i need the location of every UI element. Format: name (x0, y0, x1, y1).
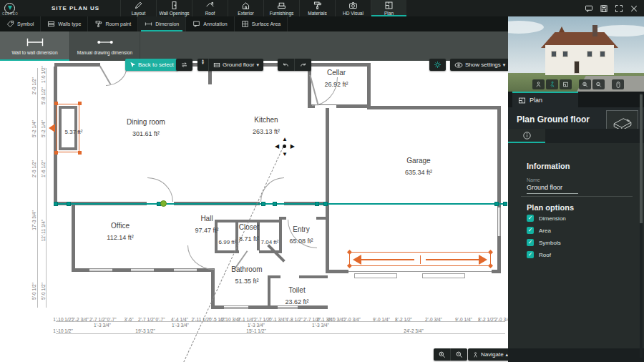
tab-plan[interactable]: Plan (512, 92, 578, 107)
zoom-out-button[interactable] (451, 348, 467, 361)
checkbox-area[interactable]: ✓ (527, 227, 534, 234)
dimension-node[interactable] (261, 202, 265, 206)
back-to-select-button[interactable]: Back to select (125, 59, 178, 71)
undo-button[interactable] (278, 59, 294, 71)
tool-room-paint[interactable]: Room paint (88, 16, 138, 31)
save-icon[interactable] (600, 4, 608, 13)
garage-door-selected[interactable] (349, 252, 491, 266)
move-cursor-icon: ▲ ▼ ◀ ▶ (276, 138, 293, 155)
sofa-icon (277, 1, 286, 10)
dimension-node[interactable] (503, 202, 507, 206)
tool-annotation[interactable]: Annotation (186, 16, 234, 31)
dimension-text: 1'-3 3/4" (94, 323, 111, 328)
dimension-node[interactable] (323, 202, 328, 206)
3d-preview[interactable] (508, 16, 644, 92)
zoom-in-icon[interactable] (579, 79, 591, 89)
redo-button[interactable] (295, 59, 311, 71)
dimension-text: 8'-2 1/2" (395, 317, 412, 322)
tool-symbol[interactable]: Symbol (0, 16, 41, 31)
main-tabs: Layout Wall Openings Roof Exterior Furni… (120, 0, 406, 16)
fullscreen-icon[interactable] (615, 4, 623, 13)
dimension-node[interactable] (273, 202, 277, 206)
checkbox-roof[interactable]: ✓ (527, 251, 534, 258)
wall-opening (131, 268, 154, 272)
tool-label: Walls type (58, 21, 81, 26)
dimension-text: 0'-7" (156, 317, 165, 322)
dimension-node[interactable] (54, 202, 58, 206)
dimension-text: 2'-0 3/4" (343, 317, 361, 322)
dimension-node[interactable] (67, 202, 71, 206)
room-label-office: Office 112.14 ft² (107, 222, 133, 241)
dimension-text: 2'-0 3/4" (494, 317, 508, 322)
tool-surface-area[interactable]: Surface Area (235, 16, 288, 31)
3d-preview-toolbar (532, 79, 624, 89)
room-label-kitchen: Kitchen 263.13 ft² (253, 116, 280, 135)
orbit-view-icon[interactable] (532, 79, 545, 89)
navigate-dropdown[interactable]: Navigate ▴ (468, 348, 512, 361)
floor-stepper[interactable]: ▲▼ (197, 59, 208, 71)
tab-layout[interactable]: Layout (120, 0, 156, 16)
wall-opening (239, 250, 259, 253)
brand-name: CEDREO (2, 12, 18, 16)
flip-handle-icon[interactable] (49, 124, 55, 132)
wall-opening (497, 207, 501, 236)
dimension-node-active[interactable] (160, 200, 167, 207)
dimension-node[interactable] (494, 202, 499, 206)
floor-icon (213, 62, 220, 69)
dimension-text: 0'-1 3/4" (269, 317, 286, 322)
zoom-in-button[interactable] (434, 348, 450, 361)
plan-options-list: ✓ Dimension✓ Area✓ Symbols✓ Roof (527, 215, 566, 258)
feedback-icon[interactable] (585, 4, 593, 13)
wall-segment (497, 109, 501, 273)
tab-hd-visual[interactable]: HD Visual (335, 0, 371, 16)
dimension-text: 1'-6 1/2" (41, 160, 46, 177)
tool-walls-type[interactable]: Walls type (41, 16, 88, 31)
name-input[interactable]: Ground floor (527, 184, 578, 194)
tab-plan[interactable]: Plan (371, 0, 406, 16)
wall-segment (308, 67, 311, 108)
swap-icon (176, 59, 192, 71)
wall-opening (315, 105, 336, 108)
close-icon[interactable] (630, 4, 638, 13)
dimension-text: 4'-8 1/2" (286, 317, 303, 322)
show-settings-dropdown[interactable]: Show settings ▾ (450, 59, 509, 71)
walkthrough-icon[interactable] (546, 79, 558, 89)
gear-icon (429, 59, 446, 71)
room-label-dining-room: Dining room 301.61 ft² (127, 118, 165, 137)
tab-label: Wall Openings (159, 11, 189, 16)
scrollbar-thumb[interactable] (640, 94, 643, 223)
tab-label: Layout (132, 11, 146, 16)
swap-floor-button[interactable] (176, 59, 192, 71)
chevron-down-icon: ▾ (503, 62, 506, 68)
checkbox-dimension[interactable]: ✓ (527, 215, 534, 222)
room-area: 263.13 ft² (253, 128, 280, 135)
dimension-node[interactable] (315, 202, 319, 206)
tab-furnishings[interactable]: Furnishings (263, 0, 299, 16)
checkbox-symbols[interactable]: ✓ (527, 239, 534, 246)
wall-segment (268, 275, 270, 308)
room-label-entry: Entry 65.08 ft² (289, 225, 313, 245)
panel-footer (508, 348, 644, 362)
floor-selector[interactable]: ▲▼ Ground floor ▾ (197, 59, 263, 71)
tab-label: Roof (205, 11, 215, 16)
wall-to-wall-dimension-line[interactable] (54, 203, 506, 205)
tab-roof[interactable]: Roof (192, 0, 228, 16)
mouse-icon[interactable] (612, 79, 624, 89)
settings-button[interactable] (429, 59, 446, 71)
tab-information[interactable] (508, 129, 545, 143)
floor-plan-canvas[interactable]: ▲ ▼ ◀ ▶ 5.37 ft² (0, 61, 508, 362)
tool-dimension[interactable]: Dimension (138, 16, 186, 31)
wall-to-wall-dimension-button[interactable]: Wall to wall dimension (0, 31, 70, 61)
dimension-text: 9'-0 1/4" (373, 317, 390, 322)
plan-view-icon[interactable] (560, 79, 572, 89)
dimension-text: 1'-3 3/4" (248, 323, 265, 328)
tab-exterior[interactable]: Exterior (228, 0, 263, 16)
tab-materials[interactable]: Materials (299, 0, 335, 16)
dimension-text: 2'-2 3/4" (72, 317, 89, 322)
manual-drawing-dimension-button[interactable]: Manual drawing dimension (70, 31, 140, 61)
room-name: Bathroom (231, 265, 262, 273)
show-settings-label: Show settings (465, 62, 501, 68)
zoom-out-icon[interactable] (592, 79, 605, 89)
chevron-down-icon: ▾ (256, 62, 259, 68)
tab-wall-openings[interactable]: Wall Openings (156, 0, 192, 16)
